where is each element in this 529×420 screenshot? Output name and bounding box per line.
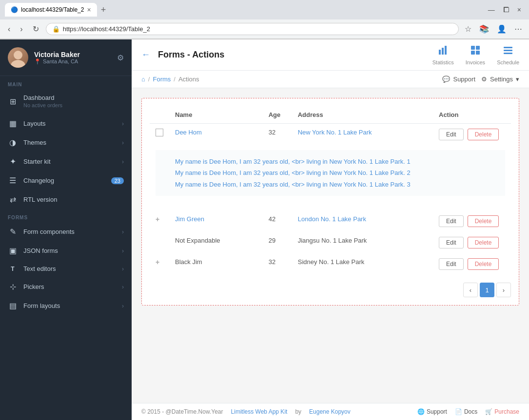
profile-button[interactable]: 👤 xyxy=(495,22,509,36)
support-button[interactable]: 💬 Support xyxy=(442,76,475,83)
prev-page-button[interactable]: ‹ xyxy=(463,283,478,297)
page-1-button[interactable]: 1 xyxy=(480,283,494,297)
footer-purchase-item[interactable]: 🛒 Purchase xyxy=(485,408,519,415)
edit-button[interactable]: Edit xyxy=(439,129,464,140)
invoices-action[interactable]: Invoices xyxy=(466,45,485,65)
minimize-button[interactable]: — xyxy=(485,5,498,15)
browser-tab[interactable]: 🔵 localhost:44329/Table_2 × xyxy=(5,3,97,17)
expanded-line-1[interactable]: My name is Dee Hom, I am 32 years old, <… xyxy=(175,156,486,167)
forms-section-label: FORMS xyxy=(0,209,132,222)
delete-button[interactable]: Delete xyxy=(468,258,499,270)
sidebar-item-text-editors[interactable]: T Text editors › xyxy=(0,260,132,277)
schedule-action[interactable]: Schedule xyxy=(497,45,519,65)
action-buttons: Edit Delete xyxy=(439,215,505,227)
browser-chrome: 🔵 localhost:44329/Table_2 × + — ⧠ × ‹ › … xyxy=(0,0,529,39)
expanded-line-2[interactable]: My name is Dee Hom, I am 32 years old, <… xyxy=(175,167,486,178)
sidebar-dashboard-sub: No active orders xyxy=(23,101,124,109)
layouts-arrow-icon: › xyxy=(122,120,124,127)
themes-arrow-icon: › xyxy=(122,139,124,146)
bookmark-star-button[interactable]: ☆ xyxy=(463,22,473,36)
header-actions: Statistics Invoices xyxy=(432,45,519,65)
row-age-cell: 32 xyxy=(263,124,292,146)
footer-docs-item[interactable]: 📄 Docs xyxy=(455,408,477,415)
row-action-cell: Edit Delete xyxy=(433,210,511,232)
sidebar-item-changelog[interactable]: ☰ Changelog 23 xyxy=(0,171,132,190)
sidebar-item-starter-kit[interactable]: ✦ Starter kit › xyxy=(0,152,132,171)
row-name-link[interactable]: Dee Hom xyxy=(175,129,202,136)
footer-right: 🌐 Support 📄 Docs 🛒 Purchase xyxy=(417,408,519,415)
menu-button[interactable]: ⋯ xyxy=(512,22,524,36)
row-address-link[interactable]: New York No. 1 Lake Park xyxy=(298,129,372,136)
layouts-icon: ▦ xyxy=(8,119,18,128)
sidebar-item-layouts[interactable]: ▦ Layouts › xyxy=(0,114,132,133)
edit-button[interactable]: Edit xyxy=(439,237,464,248)
row-address-link[interactable]: London No. 1 Lake Park xyxy=(298,215,366,223)
form-components-arrow-icon: › xyxy=(122,229,124,235)
breadcrumb-home-icon[interactable]: ⌂ xyxy=(141,76,145,83)
row-address-cell: Jiangsu No. 1 Lake Park xyxy=(292,232,433,253)
delete-button[interactable]: Delete xyxy=(468,129,499,140)
sidebar-user: Victoria Baker 📍 Santa Ana, CA ⚙ xyxy=(0,39,132,76)
table-row: Not Expandable 29 Jiangsu No. 1 Lake Par… xyxy=(150,232,511,253)
sidebar-item-starter-kit-label: Starter kit xyxy=(23,158,116,165)
expanded-line-3[interactable]: My name is Dee Hom, I am 32 years old, <… xyxy=(175,179,486,190)
sidebar-item-form-components[interactable]: ✎ Form components › xyxy=(0,222,132,241)
footer: © 2015 - @DateTime.Now.Year Limitless We… xyxy=(132,403,529,420)
starter-kit-arrow-icon: › xyxy=(122,158,124,165)
action-buttons: Edit Delete xyxy=(439,129,505,140)
expanded-row: My name is Dee Hom, I am 32 years old, <… xyxy=(150,145,511,201)
reading-list-button[interactable]: 📚 xyxy=(477,22,491,36)
sidebar-item-dashboard-label: Dashboard xyxy=(23,94,124,101)
back-button[interactable]: ← xyxy=(141,50,150,60)
close-button[interactable]: × xyxy=(514,5,524,15)
breadcrumb: ⌂ / Forms / Actions xyxy=(141,76,199,83)
tab-favicon: 🔵 xyxy=(11,6,18,13)
row-checkbox[interactable] xyxy=(156,129,163,136)
footer-purchase-label: Purchase xyxy=(494,408,519,415)
settings-button[interactable]: ⚙ Settings ▾ xyxy=(481,76,519,83)
restore-button[interactable]: ⧠ xyxy=(500,5,512,15)
row-address-cell: London No. 1 Lake Park xyxy=(292,210,433,232)
edit-button[interactable]: Edit xyxy=(439,215,464,227)
delete-button[interactable]: Delete xyxy=(468,237,499,248)
sidebar-item-rtl-label: RTL version xyxy=(23,196,124,203)
new-tab-button[interactable]: + xyxy=(101,5,106,15)
sidebar-item-pickers[interactable]: ⊹ Pickers › xyxy=(0,277,132,296)
footer-brand-link[interactable]: Limitless Web App Kit xyxy=(231,408,288,415)
sidebar-item-rtl[interactable]: ⇄ RTL version xyxy=(0,190,132,209)
svg-rect-3 xyxy=(471,46,475,50)
table-container: Name Age Address Action xyxy=(141,98,519,305)
action-buttons: Edit Delete xyxy=(439,237,505,248)
statistics-label: Statistics xyxy=(432,59,454,65)
sidebar-item-dashboard[interactable]: ⊞ Dashboard No active orders xyxy=(0,89,132,114)
row-checkbox-cell[interactable] xyxy=(150,124,169,146)
next-page-button[interactable]: › xyxy=(496,283,511,297)
sidebar-item-form-layouts[interactable]: ▤ Form layouts › xyxy=(0,296,132,315)
settings-gear-icon[interactable]: ⚙ xyxy=(117,53,124,62)
footer-author-link[interactable]: Eugene Kopyov xyxy=(309,408,351,415)
row-expand-icon[interactable]: + xyxy=(156,258,159,266)
row-expand-icon[interactable]: + xyxy=(156,215,159,223)
refresh-button[interactable]: ↻ xyxy=(30,23,42,35)
expanded-content-cell: My name is Dee Hom, I am 32 years old, <… xyxy=(150,145,511,201)
user-location: 📍 Santa Ana, CA xyxy=(34,58,111,65)
sidebar-item-themes[interactable]: ◑ Themes › xyxy=(0,133,132,152)
location-icon: 📍 xyxy=(34,58,41,65)
row-expand-cell[interactable]: + xyxy=(150,210,169,232)
row-expand-cell[interactable]: + xyxy=(150,253,169,275)
edit-button[interactable]: Edit xyxy=(439,258,464,270)
back-nav-button[interactable]: ‹ xyxy=(5,24,13,35)
invoices-icon xyxy=(470,45,481,58)
breadcrumb-forms-link[interactable]: Forms xyxy=(153,76,171,83)
avatar xyxy=(8,47,28,68)
row-name-link[interactable]: Jim Green xyxy=(175,215,204,223)
top-header: ← Forms - Actions Statistics xyxy=(132,39,529,71)
forward-nav-button[interactable]: › xyxy=(17,24,25,35)
url-bar[interactable]: 🔒 https://localhost:44329/Table_2 xyxy=(46,23,459,35)
text-editors-icon: T xyxy=(8,266,18,272)
delete-button[interactable]: Delete xyxy=(468,215,499,227)
footer-support-item[interactable]: 🌐 Support xyxy=(417,408,447,415)
statistics-action[interactable]: Statistics xyxy=(432,45,454,65)
sidebar-item-json-forms[interactable]: ▣ JSON forms › xyxy=(0,241,132,260)
tab-close-button[interactable]: × xyxy=(87,6,91,14)
